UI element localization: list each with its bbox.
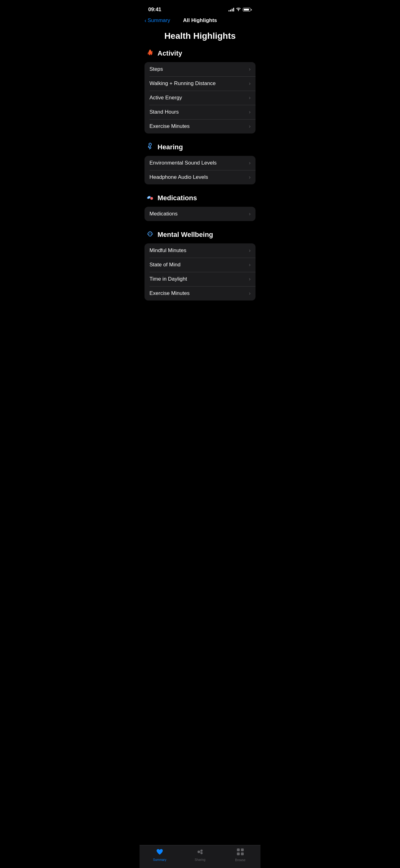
list-item[interactable]: Headphone Audio Levels › [144, 170, 256, 184]
section-title-mental: Mental Wellbeing [158, 231, 213, 239]
brain-icon [146, 230, 155, 240]
content: Activity Steps › Walking + Running Dista… [139, 49, 261, 340]
flame-icon [146, 49, 155, 58]
mental-list: Mindful Minutes › State of Mind › Time i… [144, 243, 256, 301]
battery-icon [243, 8, 252, 11]
list-item[interactable]: Walking + Running Distance › [144, 76, 256, 91]
hearing-list: Environmental Sound Levels › Headphone A… [144, 156, 256, 184]
back-chevron-icon: ‹ [144, 18, 146, 24]
chevron-right-icon: › [249, 124, 251, 129]
section-activity: Activity Steps › Walking + Running Dista… [139, 49, 261, 142]
signal-bars-icon [229, 8, 234, 11]
page-title: Health Highlights [139, 27, 261, 49]
wifi-icon [236, 7, 241, 12]
section-hearing: Hearing Environmental Sound Levels › Hea… [139, 142, 261, 193]
status-icons [229, 7, 252, 12]
list-item[interactable]: Steps › [144, 62, 256, 76]
chevron-right-icon: › [249, 248, 251, 253]
chevron-right-icon: › [249, 160, 251, 166]
list-item[interactable]: Exercise Minutes › [144, 286, 256, 301]
section-header-activity: Activity [144, 49, 256, 58]
chevron-right-icon: › [249, 262, 251, 268]
nav-title: All Highlights [183, 18, 217, 24]
pills-icon [146, 193, 155, 203]
chevron-right-icon: › [249, 109, 251, 115]
medications-list: Medications › [144, 207, 256, 221]
chevron-right-icon: › [249, 81, 251, 86]
status-bar: 09:41 [139, 0, 261, 15]
section-title-activity: Activity [158, 49, 182, 57]
nav-bar: ‹ Summary All Highlights [139, 15, 261, 27]
chevron-right-icon: › [249, 175, 251, 180]
chevron-right-icon: › [249, 276, 251, 282]
svg-point-0 [238, 10, 239, 11]
list-item[interactable]: Exercise Minutes › [144, 119, 256, 133]
back-label: Summary [147, 18, 170, 24]
list-item-time-in-daylight[interactable]: Time in Daylight › [144, 272, 256, 286]
chevron-right-icon: › [249, 290, 251, 296]
chevron-right-icon: › [249, 211, 251, 217]
list-item-active-energy[interactable]: Active Energy › [144, 91, 256, 105]
list-item-stand-hours[interactable]: Stand Hours › [144, 105, 256, 119]
status-time: 09:41 [148, 6, 161, 13]
svg-point-1 [149, 148, 150, 149]
section-title-medications: Medications [158, 194, 197, 202]
chevron-right-icon: › [249, 66, 251, 72]
section-mental-wellbeing: Mental Wellbeing Mindful Minutes › State… [139, 230, 261, 309]
activity-list: Steps › Walking + Running Distance › Act… [144, 62, 256, 133]
section-title-hearing: Hearing [158, 143, 183, 151]
section-header-mental: Mental Wellbeing [144, 230, 256, 240]
section-header-hearing: Hearing [144, 142, 256, 152]
list-item-medications[interactable]: Medications › [144, 207, 256, 221]
list-item-state-of-mind[interactable]: State of Mind › [144, 258, 256, 272]
ear-icon [146, 142, 155, 152]
list-item[interactable]: Environmental Sound Levels › [144, 156, 256, 170]
section-medications: Medications Medications › [139, 193, 261, 230]
chevron-right-icon: › [249, 95, 251, 101]
list-item[interactable]: Mindful Minutes › [144, 243, 256, 258]
section-header-medications: Medications [144, 193, 256, 203]
back-button[interactable]: ‹ Summary [144, 18, 170, 24]
